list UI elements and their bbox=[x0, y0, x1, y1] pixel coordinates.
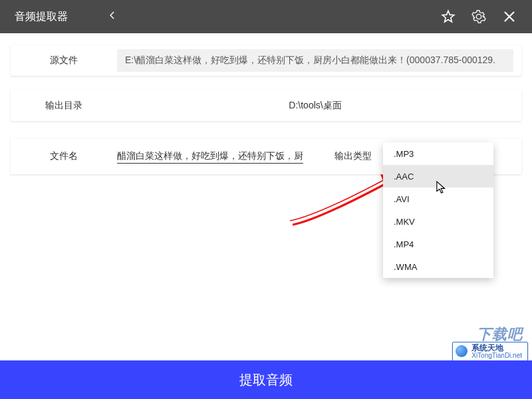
output-dir-label: 输出目录 bbox=[11, 100, 117, 112]
watermark-badge: 系统天地 XiTongTianDi.net bbox=[452, 342, 528, 362]
filename-input[interactable] bbox=[117, 150, 303, 164]
output-dir-panel: 输出目录 D:\tools\桌面 bbox=[11, 90, 521, 121]
format-option[interactable]: .MP3 bbox=[383, 142, 493, 165]
output-dir-field[interactable]: D:\tools\桌面 bbox=[117, 94, 513, 117]
watermark-name: 系统天地 bbox=[471, 344, 522, 352]
format-option[interactable]: .MP4 bbox=[383, 233, 493, 255]
source-file-label: 源文件 bbox=[11, 55, 117, 66]
format-option[interactable]: .MKV bbox=[383, 210, 493, 233]
extract-audio-button[interactable]: 提取音频 bbox=[0, 360, 532, 399]
output-type-dropdown[interactable]: .MP3.AAC.AVI.MKV.MP4.WMA bbox=[383, 142, 493, 278]
watermark-url: XiTongTianDi.net bbox=[471, 352, 522, 360]
mouse-cursor-icon bbox=[436, 181, 448, 198]
star-icon[interactable] bbox=[440, 9, 456, 25]
gear-icon[interactable] bbox=[471, 9, 487, 25]
format-option[interactable]: .WMA bbox=[383, 255, 493, 278]
globe-icon bbox=[456, 345, 467, 357]
title-bar: 音频提取器 bbox=[0, 0, 532, 33]
output-type-label: 输出类型 bbox=[323, 150, 383, 162]
source-file-field[interactable]: E:\醋溜白菜这样做，好吃到爆，还特别下饭，厨房小白都能做出来！(000037.… bbox=[117, 49, 513, 72]
source-file-panel: 源文件 E:\醋溜白菜这样做，好吃到爆，还特别下饭，厨房小白都能做出来！(000… bbox=[11, 45, 521, 76]
watermark-bgtext: 下载吧 bbox=[477, 325, 523, 344]
close-icon[interactable] bbox=[501, 9, 517, 25]
back-button[interactable] bbox=[108, 11, 117, 23]
app-title: 音频提取器 bbox=[0, 10, 68, 24]
filename-label: 文件名 bbox=[11, 150, 117, 162]
